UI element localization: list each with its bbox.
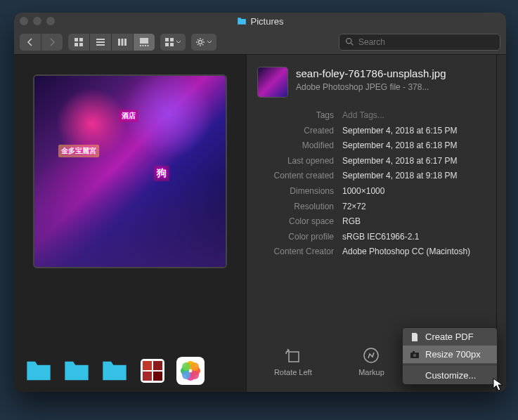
column-view-button[interactable] [112, 34, 133, 51]
rotate-left-icon [283, 347, 303, 364]
file-thumbnail-icon [258, 67, 287, 97]
thumbnail-strip [14, 347, 246, 392]
svg-rect-1 [79, 38, 83, 41]
svg-rect-2 [75, 43, 78, 46]
document-icon [410, 332, 420, 342]
customize-menu-item[interactable]: Customize... [403, 367, 497, 384]
gallery-view-button[interactable] [134, 34, 155, 51]
svg-rect-12 [143, 45, 144, 46]
meta-label: Tags [258, 108, 342, 124]
search-input[interactable] [358, 37, 494, 47]
svg-rect-11 [140, 45, 141, 46]
forward-button[interactable] [41, 34, 63, 51]
action-dropdown[interactable] [191, 34, 216, 51]
create-pdf-menu-item[interactable]: Create PDF [403, 328, 497, 346]
search-field[interactable] [339, 34, 500, 51]
svg-rect-3 [79, 43, 83, 46]
view-mode-buttons [68, 34, 155, 51]
search-icon [345, 37, 354, 46]
svg-rect-8 [122, 39, 124, 46]
rotate-left-action[interactable]: Rotate Left [268, 347, 318, 376]
camera-icon [410, 350, 420, 360]
photobooth-thumb[interactable] [138, 357, 167, 385]
svg-point-31 [182, 362, 190, 371]
svg-rect-16 [170, 38, 174, 41]
close-window-button[interactable] [20, 17, 28, 25]
mouse-cursor-icon [493, 378, 504, 392]
file-header: sean-foley-761786-unsplash.jpg Adobe Pho… [247, 55, 496, 105]
selected-image-preview[interactable]: 酒店 金多宝麗宮 狗 [34, 76, 226, 267]
back-button[interactable] [20, 34, 41, 51]
tags-value[interactable]: Add Tags... [342, 108, 485, 124]
photos-app-thumb[interactable] [176, 357, 205, 385]
svg-rect-15 [165, 38, 169, 41]
svg-rect-14 [148, 45, 149, 46]
folder-thumb[interactable] [100, 357, 129, 385]
zoom-window-button[interactable] [46, 17, 55, 25]
svg-rect-13 [145, 45, 146, 46]
chevron-down-icon [207, 39, 212, 45]
svg-rect-22 [143, 361, 152, 370]
svg-rect-24 [143, 372, 152, 381]
window-title: Pictures [14, 16, 506, 27]
markup-action[interactable]: Markup [347, 347, 396, 376]
nav-buttons [20, 34, 63, 51]
group-by-dropdown[interactable] [160, 34, 186, 51]
folder-icon [237, 17, 247, 25]
markup-icon [361, 347, 381, 364]
quick-actions-menu: Create PDF Resize 700px Customize... [402, 327, 498, 385]
window-title-text: Pictures [251, 16, 284, 27]
svg-rect-23 [153, 361, 162, 370]
metadata-list: TagsAdd Tags... CreatedSeptember 4, 2018… [247, 105, 496, 265]
titlebar: Pictures [14, 13, 506, 29]
svg-point-32 [190, 362, 199, 371]
folder-thumb[interactable] [62, 357, 91, 385]
preview-scrollbar[interactable] [496, 55, 506, 392]
gear-icon [195, 37, 205, 47]
svg-rect-4 [96, 39, 105, 40]
gallery-scroll[interactable]: 酒店 金多宝麗宮 狗 [14, 55, 246, 347]
svg-point-42 [413, 353, 416, 356]
minimize-window-button[interactable] [33, 17, 41, 25]
svg-rect-35 [289, 352, 299, 362]
list-view-button[interactable] [90, 34, 111, 51]
svg-point-20 [347, 39, 351, 44]
svg-rect-25 [153, 372, 162, 381]
svg-rect-0 [75, 38, 78, 41]
svg-rect-43 [413, 351, 415, 353]
file-name: sean-foley-761786-unsplash.jpg [296, 67, 446, 81]
folder-thumb[interactable] [24, 357, 53, 385]
svg-point-33 [190, 371, 199, 379]
toolbar [14, 29, 506, 55]
resize-menu-item[interactable]: Resize 700px [403, 346, 497, 363]
svg-point-19 [199, 40, 202, 44]
file-subtitle: Adobe Photoshop JPEG file - 378... [296, 82, 446, 92]
svg-rect-18 [170, 43, 174, 46]
svg-rect-9 [124, 39, 127, 46]
svg-rect-5 [96, 41, 105, 43]
svg-rect-7 [118, 39, 120, 46]
finder-window: Pictures [14, 13, 506, 392]
svg-rect-6 [96, 44, 105, 46]
svg-rect-10 [140, 38, 148, 44]
icon-view-button[interactable] [68, 34, 89, 51]
gallery-pane: 酒店 金多宝麗宮 狗 [14, 55, 246, 392]
svg-rect-17 [165, 43, 169, 46]
window-controls [20, 17, 55, 25]
svg-point-34 [182, 371, 190, 379]
chevron-down-icon [176, 39, 181, 45]
